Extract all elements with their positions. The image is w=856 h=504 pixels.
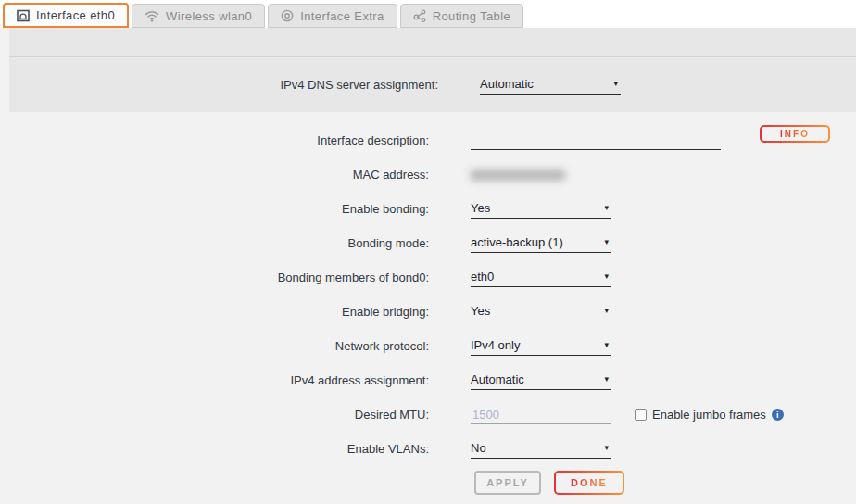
done-button-label: DONE [571,477,608,488]
bonding-mode-select[interactable]: active-backup (1) ▾ [471,233,611,253]
info-tooltip-icon[interactable]: i [772,409,784,421]
enable-vlans-value: No [471,441,486,455]
target-circle-icon [281,9,294,22]
ipv4-assignment-row: IPv4 address assignment: Automatic ▾ [0,363,856,397]
tab-interface-eth0[interactable]: Interface eth0 [3,3,129,28]
enable-bridging-label: Enable bridging: [0,305,429,319]
desired-mtu-input[interactable] [471,405,611,424]
enable-vlans-label: Enable VLANs: [0,442,429,456]
bonding-members-label: Bonding members of bond0: [0,271,429,284]
desired-mtu-row: Desired MTU: Enable jumbo frames i [0,397,856,432]
tab-label: Interface eth0 [36,8,115,22]
enable-bonding-select[interactable]: Yes ▾ [471,199,611,219]
dns-assignment-select[interactable]: Automatic ▾ [480,75,621,94]
dropdown-caret-icon: ▾ [604,306,609,316]
enable-bonding-label: Enable bonding: [0,202,429,216]
dropdown-caret-icon: ▾ [604,340,609,350]
share-nodes-icon [413,9,426,22]
interface-description-label: Interface description: [0,133,429,147]
enable-jumbo-frames-label: Enable jumbo frames [652,408,766,422]
tab-label: Routing Table [433,9,510,23]
enable-bonding-row: Enable bonding: Yes ▾ [0,192,856,226]
dns-assignment-row: IPv4 DNS server assignment: Automatic ▾ [9,68,856,102]
tab-label: Wireless wlan0 [166,9,252,23]
bonding-members-value: eth0 [471,270,494,284]
dropdown-caret-icon: ▾ [604,237,609,247]
enable-vlans-select[interactable]: No ▾ [471,439,611,459]
jumbo-frames-group: Enable jumbo frames i [635,408,784,422]
network-protocol-row: Network protocol: IPv4 only ▾ [0,329,856,363]
dropdown-caret-icon: ▾ [613,79,618,89]
interface-description-input[interactable] [471,131,721,150]
dropdown-caret-icon: ▾ [604,203,609,213]
dns-assignment-label: IPv4 DNS server assignment: [9,78,438,92]
enable-vlans-row: Enable VLANs: No ▾ [0,432,856,466]
dns-section: IPv4 DNS server assignment: Automatic ▾ [9,57,856,112]
enable-bridging-row: Enable bridging: Yes ▾ [0,295,856,329]
dropdown-caret-icon: ▾ [604,443,609,453]
info-button-label: INFO [780,129,810,139]
wifi-icon [145,10,159,22]
interface-description-row: Interface description: INFO [0,123,856,158]
ipv4-assignment-label: IPv4 address assignment: [0,373,429,387]
mac-address-row: MAC address: [0,158,856,192]
dropdown-caret-icon: ▾ [604,374,609,384]
info-button[interactable]: INFO [760,125,830,143]
dropdown-caret-icon: ▾ [604,271,609,282]
bonding-mode-label: Bonding mode: [0,236,429,250]
tab-bar: Interface eth0 Wireless wlan0 Interface … [0,0,856,28]
desired-mtu-label: Desired MTU: [0,408,429,422]
bonding-members-select[interactable]: eth0 ▾ [471,268,611,287]
bonding-members-row: Bonding members of bond0: eth0 ▾ [0,260,856,295]
mac-address-value-redacted [471,170,565,181]
bonding-mode-row: Bonding mode: active-backup (1) ▾ [0,226,856,260]
enable-bridging-value: Yes [471,304,490,318]
form-actions: APPLY DONE [474,471,856,495]
network-protocol-label: Network protocol: [0,339,429,353]
mac-address-label: MAC address: [0,168,429,182]
tab-interface-extra[interactable]: Interface Extra [268,4,397,28]
bonding-mode-value: active-backup (1) [471,235,563,249]
tab-routing-table[interactable]: Routing Table [400,4,523,28]
network-protocol-select[interactable]: IPv4 only ▾ [471,336,611,356]
ipv4-assignment-value: Automatic [471,372,524,386]
ipv4-assignment-select[interactable]: Automatic ▾ [471,371,611,390]
dns-assignment-value: Automatic [480,77,534,91]
network-protocol-value: IPv4 only [471,338,520,352]
done-button[interactable]: DONE [554,471,624,495]
ethernet-port-icon [17,9,30,22]
enable-bonding-value: Yes [471,201,490,215]
toolbar-strip [9,28,856,57]
enable-bridging-select[interactable]: Yes ▾ [471,302,611,321]
tab-label: Interface Extra [300,9,384,23]
enable-jumbo-frames-checkbox[interactable] [635,409,647,421]
tab-wireless-wlan0[interactable]: Wireless wlan0 [132,4,265,28]
apply-button[interactable]: APPLY [474,471,541,495]
interface-settings-form: Interface description: INFO MAC address:… [0,112,856,495]
